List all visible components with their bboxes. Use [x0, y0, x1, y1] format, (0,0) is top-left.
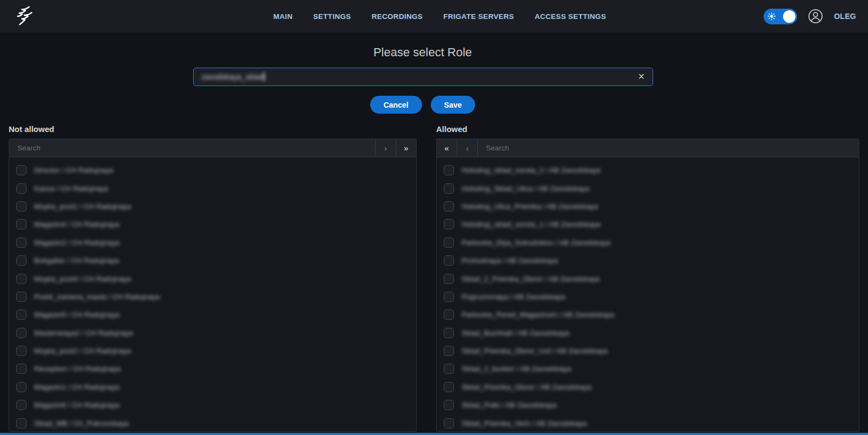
- transfer-lists: Not allowed › »: [0, 124, 868, 432]
- role-input[interactable]: zavodskaya_sklad ✕: [193, 68, 653, 86]
- item-checkbox[interactable]: [444, 400, 454, 410]
- frigate-birds-icon[interactable]: [13, 4, 38, 29]
- list-item[interactable]: Magazin5 / CH Radujnaya: [9, 306, 416, 324]
- item-checkbox[interactable]: [444, 255, 454, 266]
- theme-toggle[interactable]: [764, 9, 797, 24]
- list-item[interactable]: Reception / CH Radujnaya: [9, 360, 416, 378]
- nav-link-settings[interactable]: SETTINGS: [313, 12, 351, 21]
- list-item[interactable]: Sklad_2_Priemka_Obzor / AB Zavodskaya: [437, 269, 859, 287]
- item-checkbox[interactable]: [16, 364, 27, 374]
- item-label-redacted: Sklad_Priemka_Obzor_Usil / AB Zavodskaya: [462, 347, 608, 355]
- list-item[interactable]: Parkovka_Pered_Magazinom / AB Zavodskaya: [437, 306, 859, 324]
- list-item[interactable]: Moyka_post4 / CH Radujnaya: [9, 269, 416, 287]
- item-label-redacted: Buhgalter / CH Radujnaya: [34, 256, 119, 265]
- item-checkbox[interactable]: [444, 346, 454, 356]
- item-label-redacted: Moyka_post2 / CH Radujnaya: [34, 347, 131, 355]
- list-item[interactable]: Kassa / CH Radujnaya: [9, 179, 416, 197]
- list-item[interactable]: Holodnyj_sklad_vorota_2 / AB Zavodskaya: [437, 161, 859, 179]
- move-all-left-button[interactable]: «: [437, 139, 457, 157]
- item-checkbox[interactable]: [16, 309, 27, 320]
- list-item[interactable]: Holodnyj_Sklad_Ulica / AB Zavodskaya: [437, 179, 859, 197]
- username-label: OLEG: [834, 12, 856, 21]
- item-checkbox[interactable]: [444, 274, 454, 284]
- clear-input-icon[interactable]: ✕: [638, 72, 645, 81]
- item-checkbox[interactable]: [16, 183, 27, 194]
- nav-link-access-settings[interactable]: ACCESS SETTINGS: [535, 12, 606, 21]
- not-allowed-column: Not allowed › »: [9, 124, 417, 432]
- list-item[interactable]: Masterskaya2 / CH Radujnaya: [9, 324, 416, 342]
- item-checkbox[interactable]: [16, 328, 27, 338]
- item-label-redacted: Sklad_2_Priemka_Obzor / AB Zavodskaya: [462, 275, 600, 283]
- list-item[interactable]: Magazin2 / CH Radujnaya: [9, 234, 416, 252]
- list-item[interactable]: Sklad_Polki / AB Zavodskaya: [437, 396, 859, 414]
- item-checkbox[interactable]: [444, 183, 454, 194]
- list-item[interactable]: Sklad_Priemka_Obzor / AB Zavodskaya: [437, 378, 859, 396]
- item-checkbox[interactable]: [16, 238, 27, 248]
- list-item[interactable]: Moyka_post2 / CH Radujnaya: [9, 342, 416, 360]
- nav-link-recordings[interactable]: RECORDINGS: [372, 12, 423, 21]
- item-label-redacted: Holodnyj_Ulica_Priemka / AB Zavodskaya: [462, 202, 598, 210]
- list-item[interactable]: Director / CH Radujnaya: [9, 161, 416, 179]
- item-checkbox[interactable]: [444, 219, 454, 229]
- item-checkbox[interactable]: [16, 274, 27, 284]
- item-label-redacted: Magazin4 / CH Radujnaya: [34, 220, 120, 228]
- list-item[interactable]: Sklad_Priemka_Obzor_Usil / AB Zavodskaya: [437, 342, 859, 360]
- list-item[interactable]: Sklad_Priemka_Verh / AB Zavodskaya: [437, 414, 859, 431]
- item-checkbox[interactable]: [16, 255, 27, 266]
- item-checkbox[interactable]: [444, 418, 454, 429]
- list-item[interactable]: Sklad_Buchhalt / AB Zavodskaya: [437, 324, 859, 342]
- bottom-edge-strip: [0, 433, 868, 435]
- item-checkbox[interactable]: [16, 346, 27, 356]
- item-checkbox[interactable]: [444, 382, 454, 392]
- item-checkbox[interactable]: [444, 201, 454, 212]
- item-checkbox[interactable]: [444, 309, 454, 320]
- list-item[interactable]: Moyka_post1 / CH Radujnaya: [9, 197, 416, 215]
- item-checkbox[interactable]: [444, 238, 454, 248]
- nav-link-main[interactable]: MAIN: [273, 12, 293, 21]
- move-left-button[interactable]: ‹: [457, 139, 477, 157]
- item-label-redacted: Prohodnaya / AB Zavodskaya: [462, 256, 558, 265]
- list-item[interactable]: Holodnyj_sklad_vorota_1 / AB Zavodskaya: [437, 215, 859, 233]
- allowed-title: Allowed: [436, 124, 859, 134]
- item-checkbox[interactable]: [16, 201, 27, 212]
- nav-link-frigate-servers[interactable]: FRIGATE SERVERS: [443, 12, 514, 21]
- user-avatar-icon[interactable]: [808, 9, 823, 24]
- list-item[interactable]: Magazin6 / CH Radujnaya: [9, 396, 416, 414]
- allowed-column: Allowed « ‹: [436, 124, 859, 432]
- move-right-button[interactable]: ›: [376, 139, 396, 157]
- item-checkbox[interactable]: [16, 382, 27, 392]
- item-checkbox[interactable]: [16, 400, 27, 410]
- list-item[interactable]: Sklad_2_bunker / AB Zavodskaya: [437, 360, 859, 378]
- item-label-redacted: Masterskaya2 / CH Radujnaya: [34, 329, 133, 337]
- item-label-redacted: Director / CH Radujnaya: [34, 166, 113, 174]
- item-checkbox[interactable]: [16, 165, 27, 175]
- list-item[interactable]: Pogruzovnaya / AB Zavodskaya: [437, 288, 859, 306]
- item-checkbox[interactable]: [444, 165, 454, 175]
- cancel-button[interactable]: Cancel: [370, 96, 422, 114]
- list-item[interactable]: Sklad_MB / Ch_Pokrovskaya: [9, 414, 416, 431]
- item-checkbox[interactable]: [16, 292, 27, 302]
- list-item[interactable]: Magazin1 / CH Radujnaya: [9, 378, 416, 396]
- not-allowed-list: Director / CH Radujnaya Kassa / CH Raduj…: [9, 157, 416, 431]
- allowed-panel: « ‹ Holodnyj_sklad_vorota_2 / AB Zavodsk…: [436, 139, 859, 432]
- list-item[interactable]: Holodnyj_Ulica_Priemka / AB Zavodskaya: [437, 197, 859, 215]
- item-checkbox[interactable]: [444, 364, 454, 374]
- list-item[interactable]: Buhgalter / CH Radujnaya: [9, 252, 416, 269]
- move-all-right-button[interactable]: »: [396, 139, 416, 157]
- list-item[interactable]: Post4_zamena_masla / CH Radujnaya: [9, 288, 416, 306]
- item-checkbox[interactable]: [444, 328, 454, 338]
- save-button[interactable]: Save: [431, 96, 476, 114]
- item-checkbox[interactable]: [16, 418, 27, 429]
- list-item[interactable]: Parkovka_Dlya_Sotrudnikov / AB Zavodskay…: [437, 234, 859, 252]
- top-navbar: MAIN SETTINGS RECORDINGS FRIGATE SERVERS…: [0, 0, 868, 32]
- not-allowed-title: Not allowed: [9, 124, 417, 134]
- role-input-value-redacted: zavodskaya_sklad: [201, 72, 265, 81]
- not-allowed-search-input[interactable]: [9, 139, 375, 157]
- list-item[interactable]: Prohodnaya / AB Zavodskaya: [437, 252, 859, 269]
- list-item[interactable]: Magazin4 / CH Radujnaya: [9, 215, 416, 233]
- allowed-search-input[interactable]: [478, 139, 859, 157]
- item-checkbox[interactable]: [444, 292, 454, 302]
- role-dialog: Please select Role zavodskaya_sklad ✕ Ca…: [0, 45, 868, 432]
- item-label-redacted: Sklad_Priemka_Obzor / AB Zavodskaya: [462, 383, 591, 391]
- item-checkbox[interactable]: [16, 219, 27, 229]
